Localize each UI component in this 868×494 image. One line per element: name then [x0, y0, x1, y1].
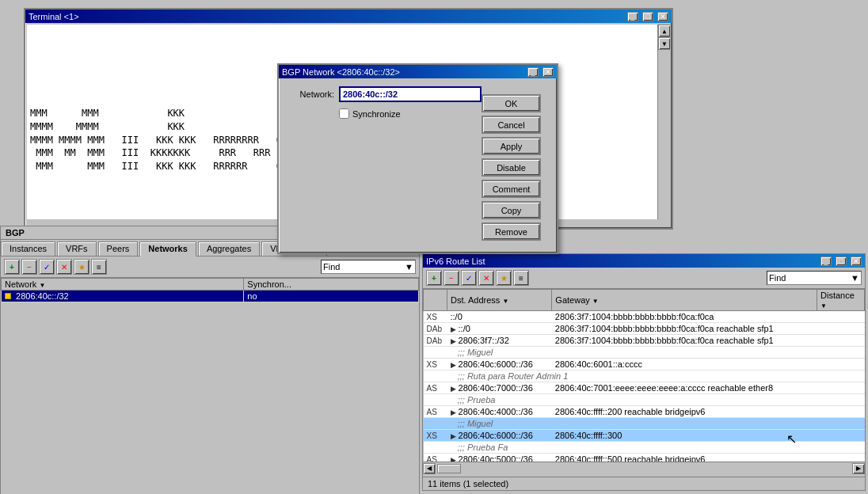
ipv6-status-bar: 11 items (1 selected)	[423, 477, 865, 490]
cell-dst: ▶ 2806:40c:6000::/36	[447, 430, 552, 442]
ipv6-scrollbar-h-container: ◀ ▶	[423, 462, 865, 474]
ok-button[interactable]: OK	[482, 94, 541, 112]
ipv6-find-container: Find ▼	[767, 271, 862, 285]
cell-dst: ▶ 2806:40c:5000::/36	[447, 454, 552, 462]
cell-distance	[817, 311, 865, 323]
bgp-network-table: Network ▼ Synchron... 2806:40c::/32 no	[1, 278, 419, 302]
cell-type: DAb	[424, 323, 447, 335]
ipv6-find-dropdown[interactable]: Find ▼	[767, 271, 862, 285]
cell-type: AS	[424, 454, 447, 462]
cell-comment: ;;; Ruta para Router Admin 1	[447, 370, 865, 382]
cell-distance	[817, 430, 865, 442]
cell-distance	[817, 359, 865, 370]
terminal-scroll-down[interactable]: ▼	[658, 37, 670, 50]
bgp-remove-btn[interactable]: −	[21, 259, 37, 275]
ipv6-table-container[interactable]: Dst. Address ▼ Gateway ▼ Distance ▼ XS :…	[423, 289, 865, 462]
bgp-star-btn[interactable]: ★	[74, 259, 89, 275]
bgp-cross-btn[interactable]: ✕	[56, 259, 72, 275]
ipv6-add-btn[interactable]: +	[426, 270, 442, 286]
col-dst[interactable]: Dst. Address ▼	[447, 290, 552, 311]
terminal-close-btn[interactable]: ✕	[657, 12, 668, 21]
table-row-comment-selected: ;;; Miguel	[424, 418, 865, 430]
cell-dst: ::/0	[447, 311, 552, 323]
ipv6-maximize-btn[interactable]: □	[836, 256, 847, 266]
cell-type: XS	[424, 311, 447, 323]
comment-button[interactable]: Comment	[482, 180, 541, 198]
ipv6-route-table: Dst. Address ▼ Gateway ▼ Distance ▼ XS :…	[423, 289, 865, 462]
ipv6-toolbar: + − ✓ ✕ ★ ≡ Find ▼	[423, 268, 865, 289]
ipv6-filter-btn[interactable]: ≡	[513, 270, 529, 286]
tab-vrfs[interactable]: VRFs	[57, 241, 97, 256]
apply-button[interactable]: Apply	[482, 137, 541, 155]
bgp-table-container[interactable]: Network ▼ Synchron... 2806:40c::/32 no	[1, 278, 419, 482]
cell-type	[424, 418, 447, 430]
table-row-selected[interactable]: XS ▶ 2806:40c:6000::/36 2806:40c:ffff::3…	[424, 430, 865, 442]
col-distance[interactable]: Distance ▼	[817, 290, 865, 311]
row-icon	[5, 293, 11, 299]
bgp-dialog-minimize-btn[interactable]: _	[527, 67, 539, 77]
ipv6-close-btn[interactable]: ✕	[851, 256, 862, 266]
table-row[interactable]: 2806:40c::/32 no	[2, 291, 419, 302]
terminal-scroll-up[interactable]: ▲	[658, 25, 670, 37]
copy-button[interactable]: Copy	[482, 201, 541, 219]
ipv6-panel-controls: _ □ ✕	[819, 256, 862, 266]
cell-gateway: 2806:3f7:1004:bbbb:bbbb:bbbb:f0ca:f0ca	[552, 311, 817, 323]
tab-aggregates[interactable]: Aggregates	[198, 241, 260, 256]
ipv6-status-text: 11 items (1 selected)	[428, 479, 508, 488]
tab-peers[interactable]: Peers	[98, 241, 139, 256]
bgp-find-dropdown[interactable]: Find ▼	[321, 260, 416, 274]
cell-gateway: 2806:3f7:1004:bbbb:bbbb:bbbb:f0ca:f0ca r…	[552, 323, 817, 335]
bgp-dialog-close-btn[interactable]: ✕	[542, 67, 554, 77]
ipv6-check-btn[interactable]: ✓	[461, 270, 477, 286]
remove-button[interactable]: Remove	[482, 222, 541, 241]
ipv6-cross-btn[interactable]: ✕	[478, 270, 494, 286]
table-row[interactable]: AS ▶ 2806:40c:7000::/36 2806:40c:7001:ee…	[424, 382, 865, 394]
ipv6-minimize-btn[interactable]: _	[820, 256, 832, 266]
bgp-network-dialog: BGP Network <2806:40c::/32> _ ✕ Network:…	[277, 63, 558, 254]
ipv6-hscrollbar[interactable]: ◀ ▶	[423, 462, 865, 474]
bgp-add-btn[interactable]: +	[4, 259, 20, 275]
table-row[interactable]: XS ▶ 2806:40c:6000::/36 2806:40c:6001::a…	[424, 359, 865, 370]
bgp-check-btn[interactable]: ✓	[39, 259, 55, 275]
cancel-button[interactable]: Cancel	[482, 116, 541, 134]
cell-gateway: 2806:40c:ffff::200 reachable bridgeipv6	[552, 406, 817, 418]
table-row[interactable]: DAb ▶ 2806:3f7::/32 2806:3f7:1004:bbbb:b…	[424, 335, 865, 347]
synchronize-checkbox[interactable]	[339, 108, 349, 119]
cell-distance	[817, 323, 865, 335]
tab-instances[interactable]: Instances	[1, 241, 55, 256]
hscroll-left[interactable]: ◀	[423, 463, 436, 474]
table-row[interactable]: XS ::/0 2806:3f7:1004:bbbb:bbbb:bbbb:f0c…	[424, 311, 865, 323]
bgp-dialog-body: Network: Synchronize OK Cancel Apply	[279, 78, 557, 253]
cell-comment: ;;; Miguel	[447, 347, 865, 359]
cell-dst: ▶ 2806:3f7::/32	[447, 335, 552, 347]
terminal-minimize-btn[interactable]: _	[627, 12, 638, 21]
ipv6-star-btn[interactable]: ★	[496, 270, 512, 286]
cell-distance	[817, 406, 865, 418]
table-row[interactable]: AS ▶ 2806:40c:5000::/36 2806:40c:ffff::5…	[424, 454, 865, 462]
ipv6-panel: IPv6 Route List _ □ ✕ + − ✓ ✕ ★ ≡ Find ▼…	[422, 253, 866, 491]
tab-networks[interactable]: Networks	[139, 241, 196, 256]
terminal-maximize-btn[interactable]: □	[642, 12, 653, 21]
cell-gateway: 2806:40c:ffff::500 reachable bridgeipv6	[552, 454, 817, 462]
cell-type	[424, 394, 447, 406]
hscroll-thumb[interactable]	[437, 464, 461, 473]
bgp-filter-btn[interactable]: ≡	[91, 259, 107, 275]
table-row[interactable]: AS ▶ 2806:40c:4000::/36 2806:40c:ffff::2…	[424, 406, 865, 418]
bgp-dialog-titlebar: BGP Network <2806:40c::/32> _ ✕	[279, 65, 557, 78]
bgp-dialog-buttons: OK Cancel Apply Disable Comment Copy	[482, 94, 541, 241]
bgp-find-container: Find ▼	[321, 260, 416, 274]
table-row[interactable]: DAb ▶ ::/0 2806:3f7:1004:bbbb:bbbb:bbbb:…	[424, 323, 865, 335]
terminal-scrollbar[interactable]: ▲ ▼	[657, 25, 670, 219]
cell-comment: ;;; Miguel	[447, 418, 865, 430]
network-label: Network:	[287, 89, 334, 99]
col-network[interactable]: Network ▼	[2, 279, 244, 291]
table-row-comment: ;;; Miguel	[424, 347, 865, 359]
ipv6-remove-btn[interactable]: −	[444, 270, 459, 286]
col-gateway[interactable]: Gateway ▼	[552, 290, 817, 311]
terminal-title: Terminal <1>	[29, 12, 79, 21]
network-input[interactable]	[339, 86, 482, 102]
col-synchron[interactable]: Synchron...	[244, 279, 419, 291]
hscroll-right[interactable]: ▶	[852, 463, 865, 474]
disable-button[interactable]: Disable	[482, 158, 541, 177]
cell-type: XS	[424, 430, 447, 442]
